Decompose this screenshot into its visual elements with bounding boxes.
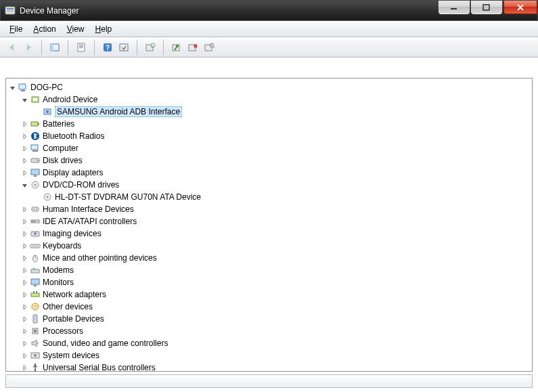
expand-toggle[interactable] (20, 119, 29, 129)
device-generic-icon (30, 94, 41, 105)
expand-toggle[interactable] (20, 326, 29, 336)
tree-item[interactable]: Keyboards (7, 240, 531, 252)
tree-item[interactable]: System devices (7, 349, 531, 362)
tree-item[interactable]: Human Interface Devices (7, 203, 531, 215)
menu-view[interactable]: View (62, 23, 90, 35)
portable-icon (30, 313, 41, 324)
tree-item-label: Human Interface Devices (43, 204, 134, 214)
tree-item[interactable]: ?Other devices (7, 301, 531, 313)
expand-toggle[interactable] (20, 131, 29, 141)
svg-rect-35 (31, 169, 39, 175)
expand-toggle[interactable] (20, 363, 29, 372)
status-bar (5, 374, 533, 388)
tree-item[interactable]: Modems (7, 264, 531, 276)
uninstall-button[interactable] (185, 39, 201, 56)
tree-item[interactable]: IDE ATA/ATAPI controllers (7, 215, 531, 227)
svg-point-40 (47, 196, 49, 198)
expand-toggle[interactable] (20, 241, 29, 251)
svg-rect-22 (19, 84, 26, 89)
expand-toggle[interactable] (20, 144, 29, 153)
device-tree[interactable]: DOG-PCAndroid DeviceSAMSUNG Android ADB … (6, 79, 532, 372)
svg-point-66 (34, 354, 37, 357)
expand-toggle[interactable] (20, 351, 29, 360)
tree-item[interactable]: Batteries (7, 118, 531, 130)
svg-point-38 (35, 184, 37, 186)
back-button[interactable] (4, 39, 20, 56)
tree-item[interactable]: Display adapters (7, 167, 531, 179)
enable-button[interactable] (169, 39, 185, 56)
expand-toggle[interactable] (20, 204, 29, 214)
window-controls (439, 1, 537, 14)
cpu-icon (30, 326, 41, 336)
svg-point-67 (35, 370, 37, 372)
sound-icon (30, 338, 41, 349)
svg-rect-56 (31, 293, 39, 297)
tree-item[interactable]: Processors (7, 325, 531, 337)
menu-file[interactable]: File (4, 23, 28, 35)
properties-button[interactable] (73, 39, 89, 56)
close-button[interactable] (503, 1, 537, 14)
menu-action[interactable]: Action (28, 23, 61, 35)
svg-rect-3 (7, 12, 14, 12)
expand-toggle[interactable] (7, 83, 17, 92)
display-icon (30, 167, 41, 178)
tree-item-label: Sound, video and game controllers (43, 339, 168, 348)
tree-root[interactable]: DOG-PC (7, 81, 531, 93)
tree-item[interactable]: Bluetooth Radios (7, 130, 531, 142)
svg-rect-41 (32, 207, 39, 211)
tree-item-label: Processors (43, 326, 83, 336)
svg-rect-53 (31, 269, 39, 273)
expand-toggle[interactable] (20, 180, 29, 190)
tree-item[interactable]: Android Device (7, 93, 531, 106)
tree-item[interactable]: Mice and other pointing devices (7, 252, 531, 264)
tree-item[interactable]: Network adapters (7, 288, 531, 301)
expand-toggle[interactable] (20, 168, 29, 177)
tree-item[interactable]: Disk drives (7, 154, 531, 167)
tree-item[interactable]: Sound, video and game controllers (7, 337, 531, 349)
svg-rect-28 (31, 122, 38, 126)
expand-toggle[interactable] (20, 302, 29, 311)
svg-rect-58 (36, 291, 37, 293)
tree-item[interactable]: SAMSUNG Android ADB Interface (7, 106, 531, 118)
usb-icon (30, 362, 41, 372)
help-button[interactable]: ? (99, 39, 116, 56)
expand-toggle[interactable] (20, 217, 29, 226)
update-driver-button[interactable] (142, 39, 158, 56)
scan-hardware-button[interactable] (201, 39, 217, 56)
device-adb-icon (42, 106, 53, 117)
expand-toggle[interactable] (20, 339, 29, 348)
tree-item[interactable]: Monitors (7, 276, 531, 288)
svg-text:?: ? (34, 304, 37, 310)
tree-item[interactable]: HL-DT-ST DVDRAM GU70N ATA Device (7, 191, 531, 203)
svg-point-48 (34, 232, 37, 235)
title-bar: Device Manager (1, 1, 537, 21)
tree-item[interactable]: Portable Devices (7, 313, 531, 325)
minimize-button[interactable] (439, 1, 470, 14)
expand-toggle[interactable] (20, 278, 29, 287)
tree-item[interactable]: Computer (7, 142, 531, 154)
svg-rect-7 (51, 44, 53, 51)
maximize-button[interactable] (471, 1, 502, 14)
expand-toggle[interactable] (20, 314, 29, 324)
expand-toggle[interactable] (20, 290, 29, 299)
expand-toggle[interactable] (20, 229, 29, 238)
system-icon (30, 350, 41, 361)
tree-item-label: Keyboards (43, 241, 81, 251)
svg-rect-5 (483, 5, 489, 10)
tree-item-label: DOG-PC (30, 83, 63, 92)
expand-toggle[interactable] (20, 265, 29, 275)
forward-button[interactable] (20, 39, 37, 56)
menu-help[interactable]: Help (90, 23, 118, 35)
tree-item[interactable]: DVD/CD-ROM drives (7, 179, 531, 191)
tree-item-label: System devices (43, 351, 99, 360)
expand-toggle[interactable] (20, 95, 29, 104)
action-button[interactable] (116, 39, 132, 56)
expand-toggle[interactable] (20, 156, 29, 165)
tree-item[interactable]: Imaging devices (7, 227, 531, 240)
svg-rect-29 (38, 123, 39, 125)
show-hide-console-tree-button[interactable] (47, 39, 63, 56)
keyboard-icon (30, 240, 41, 251)
tree-item[interactable]: Universal Serial Bus controllers (7, 362, 531, 372)
monitor-icon (30, 277, 41, 288)
expand-toggle[interactable] (20, 253, 29, 263)
